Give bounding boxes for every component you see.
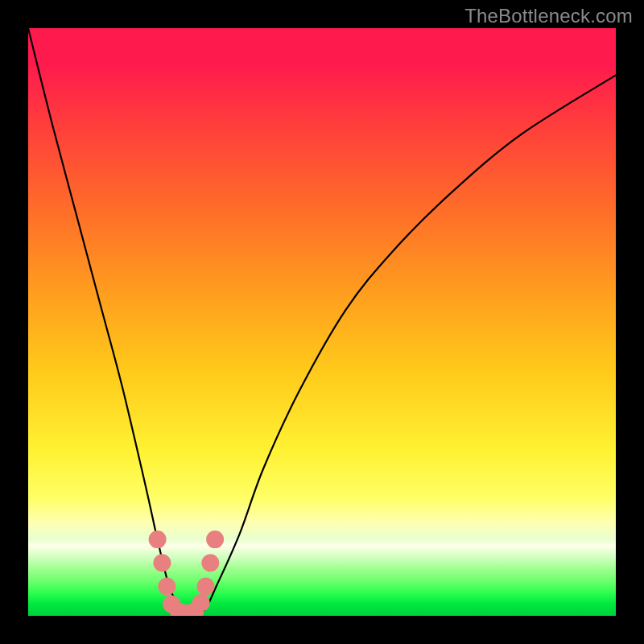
bottleneck-curve-svg xyxy=(28,28,616,616)
curve-marker xyxy=(192,594,210,612)
curve-marker xyxy=(158,578,175,596)
plot-area xyxy=(28,28,616,616)
curve-marker xyxy=(201,554,219,572)
curve-marker xyxy=(206,530,224,548)
curve-marker xyxy=(197,578,215,596)
bottleneck-curve-path xyxy=(28,28,616,613)
watermark-text: TheBottleneck.com xyxy=(464,5,633,27)
curve-marker xyxy=(153,554,171,572)
curve-marker xyxy=(149,530,167,548)
chart-frame: TheBottleneck.com xyxy=(0,0,644,644)
